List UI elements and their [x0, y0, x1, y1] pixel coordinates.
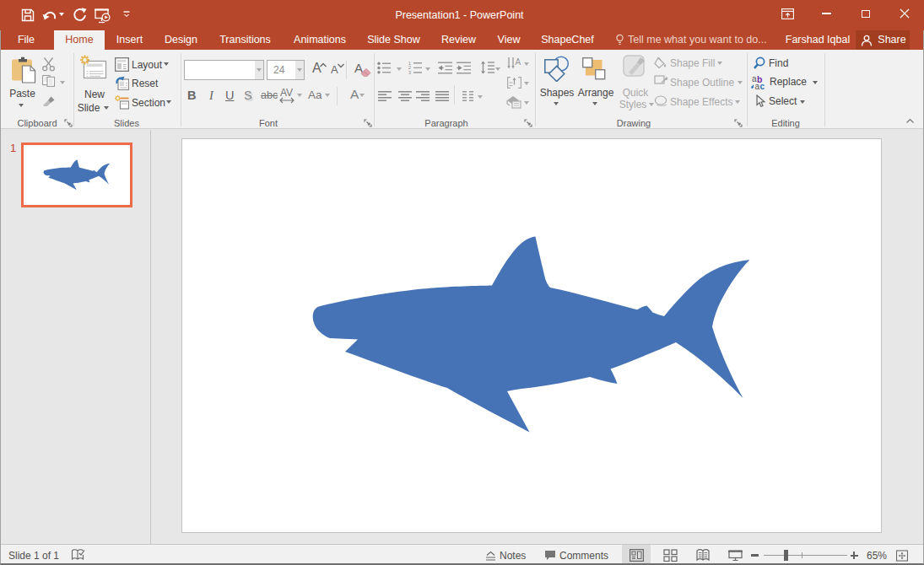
svg-text:A: A [516, 57, 521, 67]
svg-text:3: 3 [408, 70, 411, 74]
svg-text:c: c [760, 82, 765, 91]
